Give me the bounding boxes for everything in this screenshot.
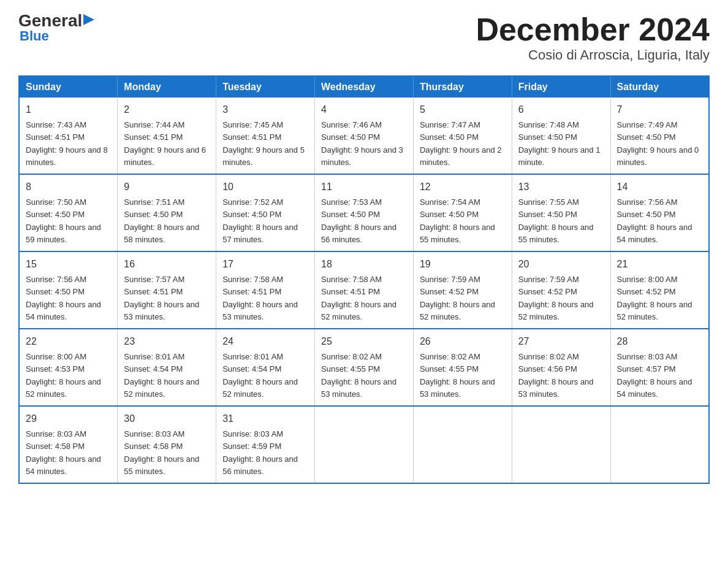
- col-saturday: Saturday: [610, 76, 709, 98]
- table-row: 22 Sunrise: 8:00 AMSunset: 4:53 PMDaylig…: [19, 329, 118, 406]
- day-number: 12: [420, 180, 506, 194]
- day-info: Sunrise: 8:02 AMSunset: 4:55 PMDaylight:…: [321, 352, 396, 399]
- table-row: 24 Sunrise: 8:01 AMSunset: 4:54 PMDaylig…: [216, 329, 315, 406]
- day-number: 7: [617, 102, 702, 117]
- table-row: 11 Sunrise: 7:53 AMSunset: 4:50 PMDaylig…: [315, 174, 414, 251]
- calendar-week-row: 15 Sunrise: 7:56 AMSunset: 4:50 PMDaylig…: [19, 251, 709, 329]
- day-info: Sunrise: 7:48 AMSunset: 4:50 PMDaylight:…: [518, 120, 601, 167]
- table-row: 17 Sunrise: 7:58 AMSunset: 4:51 PMDaylig…: [216, 251, 315, 329]
- day-info: Sunrise: 7:59 AMSunset: 4:52 PMDaylight:…: [420, 275, 495, 321]
- table-row: 16 Sunrise: 7:57 AMSunset: 4:51 PMDaylig…: [118, 251, 216, 329]
- logo: General Blue: [18, 12, 94, 44]
- day-info: Sunrise: 7:53 AMSunset: 4:50 PMDaylight:…: [321, 197, 396, 244]
- day-number: 14: [617, 180, 702, 194]
- table-row: 7 Sunrise: 7:49 AMSunset: 4:50 PMDayligh…: [610, 98, 709, 174]
- day-number: 3: [222, 102, 308, 117]
- day-info: Sunrise: 8:02 AMSunset: 4:56 PMDaylight:…: [518, 352, 594, 399]
- table-row: 23 Sunrise: 8:01 AMSunset: 4:54 PMDaylig…: [118, 329, 216, 406]
- day-info: Sunrise: 7:44 AMSunset: 4:51 PMDaylight:…: [124, 120, 206, 167]
- col-sunday: Sunday: [19, 76, 118, 98]
- day-number: 1: [26, 102, 111, 117]
- day-number: 5: [420, 102, 506, 117]
- day-info: Sunrise: 8:03 AMSunset: 4:59 PMDaylight:…: [222, 429, 298, 476]
- day-info: Sunrise: 8:00 AMSunset: 4:52 PMDaylight:…: [617, 275, 692, 321]
- svg-marker-0: [83, 14, 94, 25]
- day-number: 31: [222, 412, 308, 426]
- table-row: 30 Sunrise: 8:03 AMSunset: 4:58 PMDaylig…: [118, 406, 216, 483]
- day-info: Sunrise: 7:47 AMSunset: 4:50 PMDaylight:…: [420, 120, 502, 167]
- table-row: 12 Sunrise: 7:54 AMSunset: 4:50 PMDaylig…: [413, 174, 512, 251]
- day-info: Sunrise: 7:59 AMSunset: 4:52 PMDaylight:…: [518, 275, 594, 321]
- day-info: Sunrise: 8:03 AMSunset: 4:58 PMDaylight:…: [124, 429, 199, 476]
- table-row: 10 Sunrise: 7:52 AMSunset: 4:50 PMDaylig…: [216, 174, 315, 251]
- day-number: 15: [26, 257, 111, 272]
- day-info: Sunrise: 8:03 AMSunset: 4:58 PMDaylight:…: [26, 429, 101, 476]
- day-info: Sunrise: 7:50 AMSunset: 4:50 PMDaylight:…: [26, 197, 101, 244]
- table-row: 9 Sunrise: 7:51 AMSunset: 4:50 PMDayligh…: [118, 174, 216, 251]
- table-row: 20 Sunrise: 7:59 AMSunset: 4:52 PMDaylig…: [512, 251, 610, 329]
- day-info: Sunrise: 7:56 AMSunset: 4:50 PMDaylight:…: [26, 275, 101, 321]
- day-info: Sunrise: 7:58 AMSunset: 4:51 PMDaylight:…: [222, 275, 298, 321]
- day-info: Sunrise: 8:03 AMSunset: 4:57 PMDaylight:…: [617, 352, 692, 399]
- table-row: 29 Sunrise: 8:03 AMSunset: 4:58 PMDaylig…: [19, 406, 118, 483]
- day-number: 28: [617, 334, 702, 349]
- page-header: General Blue December 2024 Cosio di Arro…: [18, 12, 710, 63]
- table-row: 6 Sunrise: 7:48 AMSunset: 4:50 PMDayligh…: [512, 98, 610, 174]
- day-number: 8: [26, 180, 111, 194]
- day-number: 27: [518, 334, 604, 349]
- day-info: Sunrise: 8:01 AMSunset: 4:54 PMDaylight:…: [124, 352, 199, 399]
- table-row: 5 Sunrise: 7:47 AMSunset: 4:50 PMDayligh…: [413, 98, 512, 174]
- day-number: 25: [321, 334, 407, 349]
- calendar-title: December 2024: [476, 12, 710, 47]
- day-info: Sunrise: 7:54 AMSunset: 4:50 PMDaylight:…: [420, 197, 495, 244]
- day-number: 6: [518, 102, 604, 117]
- table-row: 3 Sunrise: 7:45 AMSunset: 4:51 PMDayligh…: [216, 98, 315, 174]
- logo-triangle-icon: [83, 14, 94, 25]
- day-number: 22: [26, 334, 111, 349]
- col-wednesday: Wednesday: [315, 76, 414, 98]
- calendar-table: Sunday Monday Tuesday Wednesday Thursday…: [18, 75, 710, 484]
- day-info: Sunrise: 8:00 AMSunset: 4:53 PMDaylight:…: [26, 352, 101, 399]
- calendar-header-row: Sunday Monday Tuesday Wednesday Thursday…: [19, 76, 709, 98]
- title-block: December 2024 Cosio di Arroscia, Liguria…: [476, 12, 710, 63]
- day-number: 19: [420, 257, 506, 272]
- calendar-subtitle: Cosio di Arroscia, Liguria, Italy: [476, 47, 710, 63]
- table-row: 26 Sunrise: 8:02 AMSunset: 4:55 PMDaylig…: [413, 329, 512, 406]
- calendar-week-row: 8 Sunrise: 7:50 AMSunset: 4:50 PMDayligh…: [19, 174, 709, 251]
- table-row: 1 Sunrise: 7:43 AMSunset: 4:51 PMDayligh…: [19, 98, 118, 174]
- day-number: 20: [518, 257, 604, 272]
- day-number: 24: [222, 334, 308, 349]
- table-row: 2 Sunrise: 7:44 AMSunset: 4:51 PMDayligh…: [118, 98, 216, 174]
- calendar-week-row: 1 Sunrise: 7:43 AMSunset: 4:51 PMDayligh…: [19, 98, 709, 174]
- table-row: [413, 406, 512, 483]
- day-info: Sunrise: 7:56 AMSunset: 4:50 PMDaylight:…: [617, 197, 692, 244]
- calendar-week-row: 22 Sunrise: 8:00 AMSunset: 4:53 PMDaylig…: [19, 329, 709, 406]
- day-number: 2: [124, 102, 210, 117]
- table-row: 28 Sunrise: 8:03 AMSunset: 4:57 PMDaylig…: [610, 329, 709, 406]
- col-friday: Friday: [512, 76, 610, 98]
- day-info: Sunrise: 7:49 AMSunset: 4:50 PMDaylight:…: [617, 120, 699, 167]
- table-row: 4 Sunrise: 7:46 AMSunset: 4:50 PMDayligh…: [315, 98, 414, 174]
- day-number: 16: [124, 257, 210, 272]
- table-row: 18 Sunrise: 7:58 AMSunset: 4:51 PMDaylig…: [315, 251, 414, 329]
- day-number: 13: [518, 180, 604, 194]
- day-number: 18: [321, 257, 407, 272]
- day-info: Sunrise: 7:46 AMSunset: 4:50 PMDaylight:…: [321, 120, 403, 167]
- col-monday: Monday: [118, 76, 216, 98]
- logo-blue: Blue: [20, 28, 49, 44]
- day-info: Sunrise: 7:52 AMSunset: 4:50 PMDaylight:…: [222, 197, 298, 244]
- day-info: Sunrise: 8:01 AMSunset: 4:54 PMDaylight:…: [222, 352, 298, 399]
- table-row: 27 Sunrise: 8:02 AMSunset: 4:56 PMDaylig…: [512, 329, 610, 406]
- day-number: 4: [321, 102, 407, 117]
- day-number: 26: [420, 334, 506, 349]
- table-row: [512, 406, 610, 483]
- table-row: 19 Sunrise: 7:59 AMSunset: 4:52 PMDaylig…: [413, 251, 512, 329]
- day-number: 29: [26, 412, 111, 426]
- table-row: 21 Sunrise: 8:00 AMSunset: 4:52 PMDaylig…: [610, 251, 709, 329]
- day-info: Sunrise: 7:43 AMSunset: 4:51 PMDaylight:…: [26, 120, 108, 167]
- table-row: 8 Sunrise: 7:50 AMSunset: 4:50 PMDayligh…: [19, 174, 118, 251]
- day-number: 17: [222, 257, 308, 272]
- day-info: Sunrise: 7:51 AMSunset: 4:50 PMDaylight:…: [124, 197, 199, 244]
- day-number: 21: [617, 257, 702, 272]
- day-number: 9: [124, 180, 210, 194]
